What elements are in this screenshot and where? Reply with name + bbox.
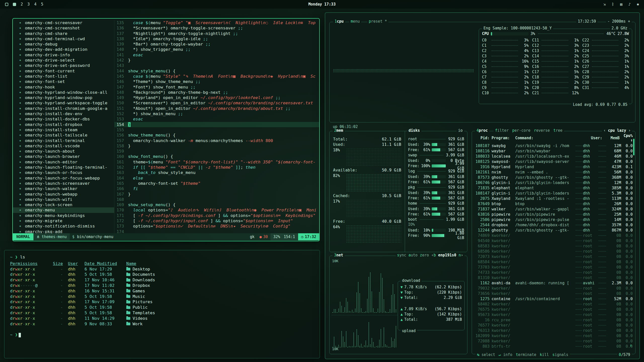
proc-key-terminate[interactable]: terminate: [516, 352, 536, 357]
file-item[interactable]: ✱omarchy-font-list: [13, 74, 114, 79]
code-line[interactable]: 166 fi: [114, 186, 319, 191]
preset-button[interactable]: preset *: [367, 19, 388, 24]
code-line[interactable]: 161 theme=$(menu "Font" "$(omarchy-font-…: [114, 159, 319, 165]
code-line[interactable]: 153 esac: [114, 116, 319, 122]
process-row[interactable]: 108107swaybg/usr/bin/swaybg -i /homdhh12…: [474, 143, 633, 148]
file-item[interactable]: ✱omarchy-debug: [13, 41, 114, 47]
code-line[interactable]: 151 *About*) open_in_editor ~/.config/om…: [114, 106, 319, 111]
file-item[interactable]: ✱omarchy-install-dropbox: [13, 122, 114, 127]
file-item[interactable]: ✱omarchy-launch-walker: [13, 186, 114, 191]
file-item[interactable]: ✱omarchy-install-terminal: [13, 138, 114, 143]
process-row[interactable]: 2506pipewire/usr/bin/pipewire-pulsedhh14…: [474, 217, 633, 222]
process-row[interactable]: 87649btopbtopdhh26M0.0: [474, 201, 633, 206]
file-item[interactable]: ✱omarchy-launch-floating-terminal-: [13, 165, 114, 170]
btop-window[interactable]: 1cpu menu preset * 17:32:59 - 2000ms + E…: [325, 12, 640, 359]
file-item[interactable]: ✱omarchy-cmd-terminal-cwd: [13, 36, 114, 41]
workspace-app-icon-2[interactable]: [13, 3, 16, 6]
process-row[interactable]: 79032kworker/root0B0.0: [474, 286, 633, 291]
process-row[interactable]: 108147glycin-i/usr/lib/glycin-loadersdhh…: [474, 191, 633, 196]
code-line[interactable]: 144show_style_menu() {: [114, 68, 319, 74]
net-control-zero[interactable]: zero: [420, 253, 429, 257]
code-line[interactable]: 139 *Bar*) omarchy-toggle-waybar ;;: [114, 41, 319, 47]
code-line[interactable]: 174: [114, 229, 319, 233]
file-item[interactable]: ✱omarchy-notification-dismiss: [13, 223, 114, 229]
file-item[interactable]: ✱omarchy-launch-or-focus-webapp: [13, 175, 114, 181]
file-item[interactable]: ✱omarchy-hyprland-window-pop: [13, 95, 114, 100]
process-row[interactable]: 108125swayosd-/usr/lib/swayosd-serverdhh…: [474, 159, 633, 164]
workspace-3[interactable]: 3: [27, 2, 30, 7]
code-line[interactable]: 141 esac: [114, 52, 319, 58]
file-item[interactable]: ✱omarchy-launch-webapp: [13, 192, 114, 197]
file-item[interactable]: ✱omarchy-launch-about: [13, 149, 114, 154]
process-row[interactable]: 1916HyprlandHyprlanddhh423M0.1: [474, 164, 633, 169]
code-editor[interactable]: 135 case $(menu "Toggle" "▣ Screensaver\…: [114, 20, 319, 233]
code-line[interactable]: 158}: [114, 143, 319, 149]
process-row[interactable]: 73703kworker/root0B0.0: [474, 264, 633, 270]
process-row[interactable]: 72073kworker/root0B0.0: [474, 254, 633, 259]
code-line[interactable]: 148 *Background*) omarchy-theme-bg-next …: [114, 90, 319, 95]
file-item[interactable]: ✱omarchy-migrate: [13, 218, 114, 223]
process-row[interactable]: 72088kworker/root0B0.0: [474, 338, 633, 344]
process-row[interactable]: 106746glycin-i/usr/lib/glycin-loadersdhh…: [474, 180, 633, 185]
process-row[interactable]: 76313kworker/root0B0.0: [474, 328, 633, 333]
process-row[interactable]: 81310kworker/root0B0.0: [474, 275, 633, 280]
code-line[interactable]: 160show_font_menu() {: [114, 154, 319, 159]
code-line[interactable]: 149 *Hyprland*) open_in_editor ~/.config…: [114, 95, 319, 100]
process-row[interactable]: 68586kworker/root0B0.0: [474, 249, 633, 254]
process-row[interactable]: 102161nvimnvim --embed .dhh56M0.0: [474, 169, 633, 175]
file-item[interactable]: ✱omarchy-launch-or-focus: [13, 170, 114, 175]
code-line[interactable]: 152 *) show_main_menu ;;: [114, 111, 319, 116]
code-line[interactable]: 143: [114, 63, 319, 68]
cpu-panel-title[interactable]: 1cpu: [333, 19, 345, 24]
proc-control-tree[interactable]: tree: [553, 128, 562, 133]
code-line[interactable]: 147 *Font*) show_font_menu ;;: [114, 84, 319, 90]
git-branch[interactable]: ⋔ themes-menu: [33, 233, 70, 240]
proc-control-per-core[interactable]: per-core: [512, 128, 530, 133]
code-line[interactable]: 167}: [114, 192, 319, 197]
disk-entry[interactable]: root929 GiBUsed:39%361 GiBFree:61%567 Gi…: [408, 136, 464, 152]
process-row[interactable]: 1162avahi-daavahi-daemon: running [avahi…: [474, 280, 633, 286]
menu-button-label[interactable]: menu: [351, 19, 360, 24]
file-item[interactable]: ✱omarchy-dev-add-migration: [13, 47, 114, 52]
interface-selector[interactable]: ‹b enp191s0 n›: [430, 253, 465, 257]
proc-control-filter[interactable]: filter: [495, 128, 509, 133]
proc-scrollbar[interactable]: [633, 139, 634, 155]
process-row[interactable]: 87573ghostty/usr/bin/ghostty --gtk-dhh36…: [474, 175, 633, 180]
process-row[interactable]: 16rcu_preeroot0B0.0: [474, 317, 633, 323]
code-line[interactable]: 165 omarchy-font-set "$theme": [114, 181, 319, 186]
process-row[interactable]: 803btrfs-trroot0B0.0: [474, 344, 633, 349]
file-item[interactable]: ✱omarchy-menu-keybindings: [13, 213, 114, 218]
process-row[interactable]: 63816pipewire/usr/bin/pipewiredhh25M0.0: [474, 212, 633, 217]
proc-control-reverse[interactable]: reverse: [534, 128, 550, 133]
disk-entry[interactable]: log929 GiBUsed:39%361 GiBFree:61%567 GiB: [408, 168, 464, 185]
sort-mode-selector[interactable]: ‹ cpu lazy ›: [602, 128, 632, 133]
disk-entry[interactable]: swap3.99 GiBUsed:0%0 ByteFree:100%3.99 G…: [408, 152, 464, 168]
process-row[interactable]: 108116waybar/usr/bin/waybardhh68M0.0: [474, 148, 633, 154]
file-item[interactable]: ✱omarchy-launch-wifi: [13, 197, 114, 202]
process-row[interactable]: 71835elephantelephantdhh385M0.0: [474, 185, 633, 191]
code-line[interactable]: 136 *Screensaver*) omarchy-toggle-screen…: [114, 25, 319, 31]
workspace-2[interactable]: 2: [21, 2, 23, 7]
code-line[interactable]: 163 back_to show_style_menu: [114, 170, 319, 175]
code-line[interactable]: 162 if [[ "$theme" == "CNCLD" || -z "$th…: [114, 165, 319, 170]
net-control-auto[interactable]: auto: [409, 253, 418, 257]
code-line[interactable]: 155: [114, 127, 319, 132]
proc-key-select[interactable]: ↹ select: [477, 352, 495, 357]
process-row[interactable]: 68402kworker/root0B0.0: [474, 301, 633, 307]
proc-header-row[interactable]: Pid: Program: Command: User: MemB Cpu% ↑: [472, 131, 635, 143]
file-item[interactable]: ✱omarchy-launch-editor: [13, 159, 114, 165]
disk-entry[interactable]: pkg929 GiBUsed:39%361 GiBFree:61%567 GiB: [408, 185, 464, 201]
process-row[interactable]: 1275containe/usr/bin/containerdroot52M0.…: [474, 296, 633, 301]
nvim-window[interactable]: ✱omarchy-cmd-screensaver✱omarchy-cmd-scr…: [12, 18, 320, 241]
file-item[interactable]: ✱omarchy-install-vscode: [13, 143, 114, 149]
code-line[interactable]: 135 case $(menu "Toggle" "▣ Screensaver\…: [114, 20, 319, 25]
file-item[interactable]: ✱omarchy-cmd-share: [13, 31, 114, 36]
code-line[interactable]: 159: [114, 149, 319, 154]
file-item[interactable]: ✱omarchy-hyprland-workspace-toggle: [13, 100, 114, 106]
code-line[interactable]: 168: [114, 197, 319, 202]
file-item[interactable]: ✱omarchy-drive-select: [13, 58, 114, 63]
scroll-down-icon[interactable]: ↓: [630, 343, 632, 347]
file-item[interactable]: ✱omarchy-install-steam: [13, 127, 114, 132]
process-row[interactable]: 2544dropbox/home/dhh/.dropbox-distdhh357…: [474, 222, 633, 228]
code-line[interactable]: 138 *Idle*) omarchy-toggle-idle ;;: [114, 36, 319, 41]
